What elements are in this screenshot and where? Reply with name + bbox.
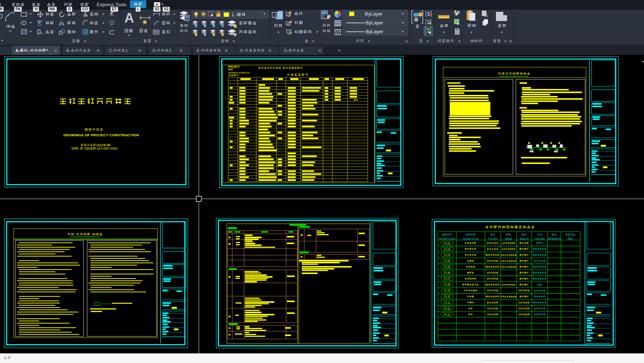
svg-text:F1-08: F1-08 bbox=[444, 283, 451, 286]
svg-text:400*800: 400*800 bbox=[518, 301, 528, 304]
svg-text:E-: E- bbox=[197, 48, 202, 53]
svg-text:F1-10: F1-10 bbox=[444, 295, 451, 298]
svg-text:PROJECT:: PROJECT: bbox=[228, 65, 240, 68]
svg-text:1ST-SEP-2024: 1ST-SEP-2024 bbox=[96, 147, 117, 150]
svg-text:FLOOR: FLOOR bbox=[488, 237, 497, 240]
svg-text:1: 1 bbox=[126, 48, 128, 53]
svg-text:400*400: 400*400 bbox=[487, 307, 497, 310]
svg-text:400*400: 400*400 bbox=[487, 313, 497, 316]
svg-text:CEILING: CEILING bbox=[534, 237, 545, 240]
svg-text:-: - bbox=[28, 48, 30, 53]
svg-text:2: 2 bbox=[169, 48, 171, 53]
svg-text:*: * bbox=[46, 48, 48, 53]
svg-text:F1-03: F1-03 bbox=[444, 254, 451, 256]
svg-text:DRAWING SCHEDULE: DRAWING SCHEDULE bbox=[228, 72, 250, 74]
svg-text:ISSUE: ISSUE bbox=[85, 147, 93, 150]
svg-text:F1-09: F1-09 bbox=[444, 289, 451, 292]
svg-text:60: 60 bbox=[501, 266, 503, 268]
svg-text:REV.: REV. bbox=[568, 237, 573, 240]
svg-text:OF: OF bbox=[80, 147, 83, 150]
svg-text:DRAWINGS OF PROJECT CONSTRUCTI: DRAWINGS OF PROJECT CONSTRUCTION bbox=[64, 133, 139, 137]
svg-text:60: 60 bbox=[501, 248, 504, 250]
svg-text:WALLS: WALLS bbox=[520, 237, 529, 240]
svg-text:B-: B- bbox=[66, 48, 71, 53]
svg-text:800*800: 800*800 bbox=[487, 301, 497, 304]
svg-text:ROOM CODE: ROOM CODE bbox=[439, 237, 455, 240]
svg-text:F1-12: F1-12 bbox=[444, 307, 451, 310]
svg-text:800*800: 800*800 bbox=[487, 277, 497, 280]
svg-text:DATE: DATE bbox=[72, 147, 79, 150]
svg-text:400*800: 400*800 bbox=[518, 313, 528, 316]
svg-text:F1-07: F1-07 bbox=[444, 277, 451, 280]
svg-text:L-: L- bbox=[232, 12, 237, 17]
svg-text:60: 60 bbox=[501, 254, 503, 256]
svg-text:G-: G- bbox=[284, 48, 289, 53]
svg-text:F1-02: F1-02 bbox=[444, 248, 451, 250]
svg-text:F1-06: F1-06 bbox=[444, 271, 451, 274]
svg-text:F1-05: F1-05 bbox=[444, 266, 451, 268]
svg-text:A-: A- bbox=[16, 48, 20, 53]
svg-text:F1-11: F1-11 bbox=[444, 301, 451, 304]
svg-text:800*800: 800*800 bbox=[487, 271, 497, 274]
svg-text:F1-01: F1-01 bbox=[444, 242, 451, 244]
svg-text:C-: C- bbox=[109, 48, 114, 53]
svg-text:400*800: 400*800 bbox=[518, 307, 528, 310]
svg-text:60: 60 bbox=[501, 295, 503, 298]
svg-text:F-: F- bbox=[240, 48, 245, 53]
svg-text:F1-13: F1-13 bbox=[444, 313, 451, 316]
svg-text:D-: D- bbox=[153, 48, 157, 53]
svg-text:REMARKS: REMARKS bbox=[548, 237, 561, 240]
svg-text:F1-04: F1-04 bbox=[444, 260, 451, 262]
svg-text:ROOM TITLE: ROOM TITLE bbox=[463, 237, 479, 240]
svg-text:400*400: 400*400 bbox=[487, 289, 497, 292]
svg-text:60: 60 bbox=[501, 284, 504, 286]
svg-text:400*800: 400*800 bbox=[518, 289, 528, 292]
svg-text:60: 60 bbox=[501, 242, 504, 244]
svg-text:60: 60 bbox=[501, 260, 503, 262]
svg-text:BASE: BASE bbox=[505, 237, 512, 240]
svg-text:800*800: 800*800 bbox=[487, 260, 497, 262]
